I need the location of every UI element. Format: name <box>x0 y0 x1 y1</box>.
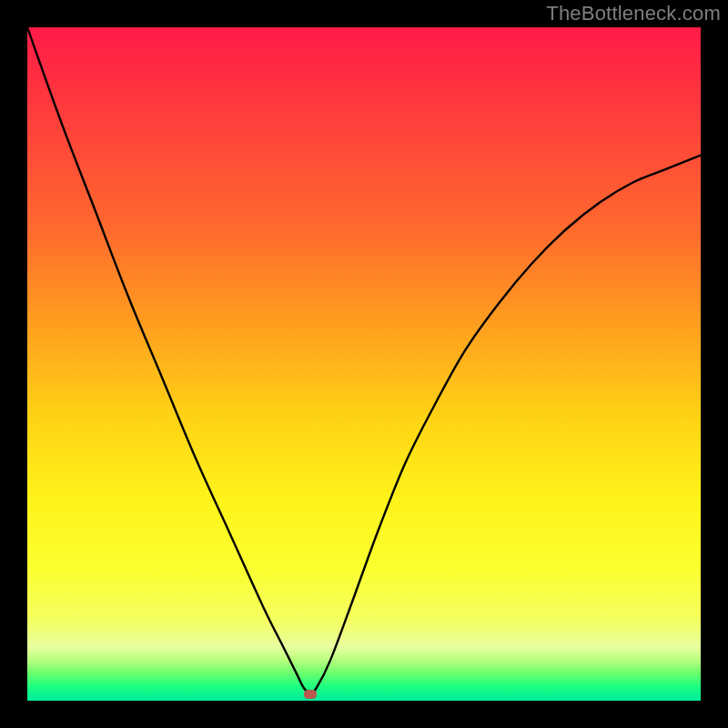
curve-svg <box>27 27 701 701</box>
chart-frame: TheBottleneck.com <box>0 0 728 728</box>
bottleneck-curve <box>27 27 701 694</box>
plot-area <box>27 27 701 701</box>
optimal-point-marker <box>304 690 317 699</box>
watermark-text: TheBottleneck.com <box>546 2 721 25</box>
